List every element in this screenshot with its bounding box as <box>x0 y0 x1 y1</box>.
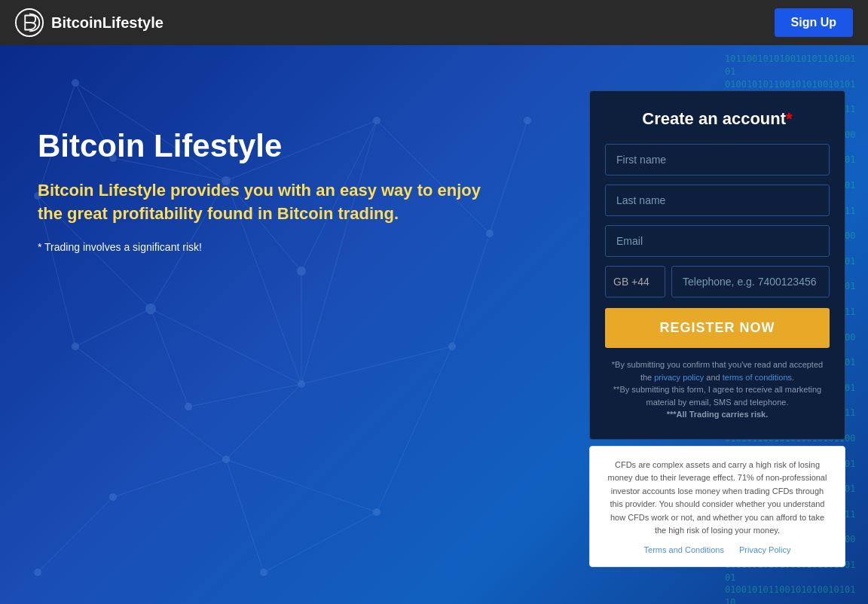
phone-row <box>605 266 830 297</box>
svg-point-37 <box>448 343 456 350</box>
svg-point-36 <box>298 380 305 388</box>
svg-point-46 <box>260 569 267 576</box>
phone-country-input[interactable] <box>605 266 665 297</box>
email-input[interactable] <box>605 225 830 257</box>
register-button[interactable]: REGISTER NOW <box>605 308 830 348</box>
svg-line-13 <box>75 309 151 346</box>
registration-form-container: Create an account* REGISTER NOW *By subm… <box>589 90 845 567</box>
hero-title: Bitcoin Lifestyle <box>38 128 589 164</box>
terms-conditions-link[interactable]: Terms and Conditions <box>644 545 724 554</box>
last-name-input[interactable] <box>605 185 830 216</box>
svg-line-8 <box>301 346 452 384</box>
svg-line-15 <box>226 384 301 459</box>
svg-point-42 <box>34 569 41 576</box>
svg-line-16 <box>226 459 377 512</box>
header: BitcoinLifestyle Sign Up <box>0 0 868 45</box>
svg-line-14 <box>75 346 226 459</box>
privacy-policy-link2[interactable]: Privacy Policy <box>739 545 790 554</box>
svg-line-18 <box>113 459 226 497</box>
svg-line-28 <box>226 459 264 572</box>
svg-point-39 <box>222 456 230 463</box>
hero-section: 10110010101001010110100101 0100101011001… <box>0 45 868 604</box>
hero-content: Bitcoin Lifestyle Bitcoin Lifestyle prov… <box>23 83 589 253</box>
form-title: Create an account* <box>605 109 830 129</box>
svg-point-38 <box>72 343 79 350</box>
svg-line-19 <box>38 497 113 572</box>
signup-button[interactable]: Sign Up <box>775 8 853 37</box>
svg-point-44 <box>297 267 306 276</box>
phone-number-input[interactable] <box>671 266 830 297</box>
svg-line-7 <box>151 309 301 384</box>
form-title-asterisk: * <box>786 109 793 128</box>
svg-line-27 <box>188 384 301 407</box>
svg-point-40 <box>373 508 381 516</box>
svg-point-41 <box>109 493 117 501</box>
bitcoin-logo-icon <box>15 8 44 37</box>
logo-area: BitcoinLifestyle <box>15 8 164 37</box>
hero-subtitle: Bitcoin Lifestyle provides you with an e… <box>38 179 490 226</box>
form-card: Create an account* REGISTER NOW *By subm… <box>589 90 845 440</box>
svg-point-45 <box>185 403 192 410</box>
svg-line-17 <box>377 346 452 512</box>
hero-risk-note: * Trading involves a significant risk! <box>38 241 589 253</box>
svg-point-35 <box>145 304 156 314</box>
first-name-input[interactable] <box>605 144 830 175</box>
privacy-policy-link[interactable]: privacy policy <box>654 373 704 382</box>
logo-text: BitcoinLifestyle <box>51 14 164 32</box>
form-disclaimer: *By submitting you confirm that you've r… <box>605 358 830 421</box>
cfd-links: Terms and Conditions Privacy Policy <box>605 545 830 554</box>
cfd-card: CFDs are complex assets and carry a high… <box>589 446 845 568</box>
cfd-text: CFDs are complex assets and carry a high… <box>605 459 830 538</box>
terms-link[interactable]: terms of conditions <box>723 373 792 382</box>
svg-line-26 <box>151 309 188 407</box>
svg-line-29 <box>264 512 377 572</box>
